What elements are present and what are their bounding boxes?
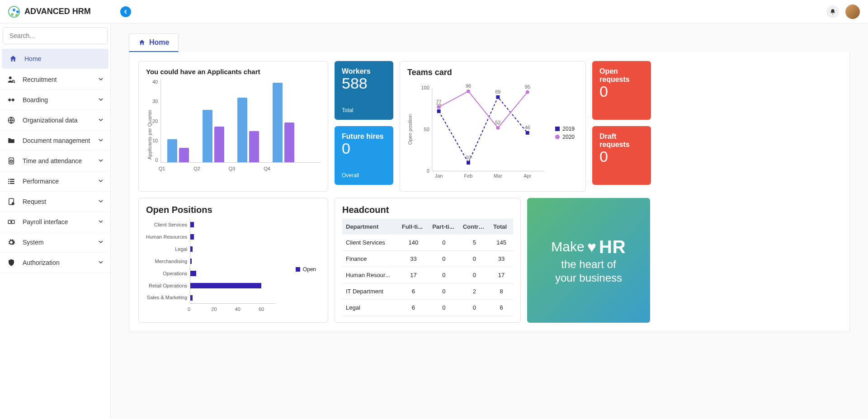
bar (179, 148, 189, 162)
future-hires-tile[interactable]: Future hires 0 Overall (335, 126, 393, 185)
table-cell: 33 (398, 251, 429, 267)
bar (214, 127, 224, 162)
brand-logo-icon (8, 6, 20, 18)
table-cell: 5 (459, 235, 490, 251)
sidebar-item-payroll-interface[interactable]: Payroll interface (0, 212, 110, 232)
main: Home You could have an Applicants chart … (111, 24, 868, 419)
table-row[interactable]: IT Department6028 (342, 283, 513, 300)
sidebar-item-request[interactable]: Request (0, 192, 110, 212)
notifications-button[interactable] (826, 5, 839, 18)
tab-label: Home (149, 38, 169, 47)
user-avatar[interactable] (845, 5, 860, 19)
open-requests-tile[interactable]: Open requests 0 (592, 61, 651, 120)
promo-line1: Make ♥ HR (551, 237, 626, 257)
table-header[interactable]: Total (490, 219, 513, 235)
sidebar-item-label: Request (23, 198, 46, 205)
x-category-label: Q3 (229, 166, 236, 171)
tile-label: Open requests (599, 67, 644, 84)
sidebar-item-label: Time and attendance (23, 157, 82, 165)
svg-point-37 (496, 126, 500, 130)
legend-marker-icon (555, 135, 560, 139)
promo-card[interactable]: Make ♥ HR the heart of your business (527, 198, 650, 323)
gear-icon (7, 238, 15, 246)
table-header[interactable]: Contra... (459, 219, 490, 235)
bar (203, 110, 212, 162)
sidebar-item-performance[interactable]: Performance (0, 171, 110, 192)
sidebar-item-label: System (23, 239, 44, 246)
table-header[interactable]: Part-ti... (429, 219, 459, 235)
sidebar-item-recruitment[interactable]: Recruitment (0, 70, 110, 90)
legend-item: 2019 (555, 126, 575, 132)
table-row[interactable]: Human Resour...170017 (342, 267, 513, 283)
chevron-down-icon (99, 259, 103, 266)
chevron-down-icon (99, 76, 103, 83)
svg-point-1 (12, 80, 14, 83)
topbar: ADVANCED HRM (0, 0, 868, 24)
table-row[interactable]: Finance330033 (342, 251, 513, 267)
sidebar-item-document-management[interactable]: Document management (0, 131, 110, 151)
sidebar-item-label: Home (24, 55, 41, 62)
sidebar-item-boarding[interactable]: Boarding (0, 90, 110, 110)
sidebar-item-time-and-attendance[interactable]: Time and attendance (0, 151, 110, 171)
hbar (190, 246, 193, 252)
sidebar-item-label: Payroll interface (23, 218, 68, 226)
list-icon (7, 177, 15, 185)
tab-home[interactable]: Home (129, 33, 179, 52)
sidebar-item-system[interactable]: System (0, 232, 110, 253)
clipboard-icon (7, 198, 15, 206)
hbar (190, 259, 192, 264)
search-input[interactable] (3, 27, 108, 44)
svg-text:Jan: Jan (435, 173, 443, 179)
sidebar-item-home[interactable]: Home (2, 49, 108, 69)
hbar (190, 222, 194, 227)
svg-text:50: 50 (424, 127, 429, 132)
svg-text:46: 46 (525, 125, 530, 130)
workers-tile[interactable]: Workers 588 Total (335, 61, 393, 120)
chevron-down-icon (99, 97, 103, 103)
table-cell: 6 (398, 283, 429, 300)
svg-rect-27 (467, 161, 470, 165)
chevron-down-icon (99, 239, 103, 245)
legend-marker-icon (555, 127, 560, 131)
svg-rect-5 (8, 179, 9, 180)
sidebar-item-authorization[interactable]: Authorization (0, 253, 110, 273)
headcount-table: DepartmentFull-ti...Part-ti...Contra...T… (342, 219, 513, 316)
collapse-sidebar-button[interactable] (120, 6, 131, 17)
table-cell: 0 (459, 267, 490, 283)
hbar (190, 271, 196, 276)
shield-icon (7, 259, 15, 267)
hbar (190, 295, 193, 301)
table-header[interactable]: Department (342, 219, 398, 235)
tile-value: 588 (342, 75, 386, 91)
svg-rect-8 (10, 181, 14, 182)
svg-point-0 (9, 76, 12, 79)
sidebar-item-label: Document management (23, 137, 90, 144)
table-cell: 6 (398, 300, 429, 316)
legend-color-icon (296, 267, 300, 272)
table-cell: 140 (398, 235, 429, 251)
tile-value: 0 (599, 84, 644, 99)
tile-sublabel: Total (342, 107, 386, 113)
tile-value: 0 (342, 141, 386, 156)
draft-requests-tile[interactable]: Draft requests 0 (592, 126, 651, 185)
table-cell: 0 (429, 267, 459, 283)
sidebar-item-label: Recruitment (23, 76, 57, 83)
svg-point-33 (437, 105, 441, 109)
heart-icon: ♥ (587, 238, 596, 256)
svg-text:Mar: Mar (494, 173, 502, 179)
svg-text:Feb: Feb (464, 173, 473, 179)
chevron-down-icon (99, 178, 103, 184)
svg-text:96: 96 (466, 83, 471, 89)
handshake-icon (7, 96, 15, 104)
table-row[interactable]: Legal6006 (342, 300, 513, 316)
table-row[interactable]: Client Services14005145 (342, 235, 513, 251)
promo-line2: the heart of (561, 258, 616, 271)
topbar-right (826, 5, 860, 19)
sidebar-item-organizational-data[interactable]: Organizational data (0, 110, 110, 131)
applicants-bar-chart: Applicants per Quarter 403020100 Q1Q2Q3Q… (146, 79, 321, 174)
bar (237, 98, 247, 162)
table-header[interactable]: Full-ti... (398, 219, 429, 235)
clipboard-clock-icon (7, 157, 15, 165)
hbar-category-labels: Client ServicesHuman ResourcesLegalMerch… (146, 219, 190, 314)
hbar (190, 283, 261, 288)
